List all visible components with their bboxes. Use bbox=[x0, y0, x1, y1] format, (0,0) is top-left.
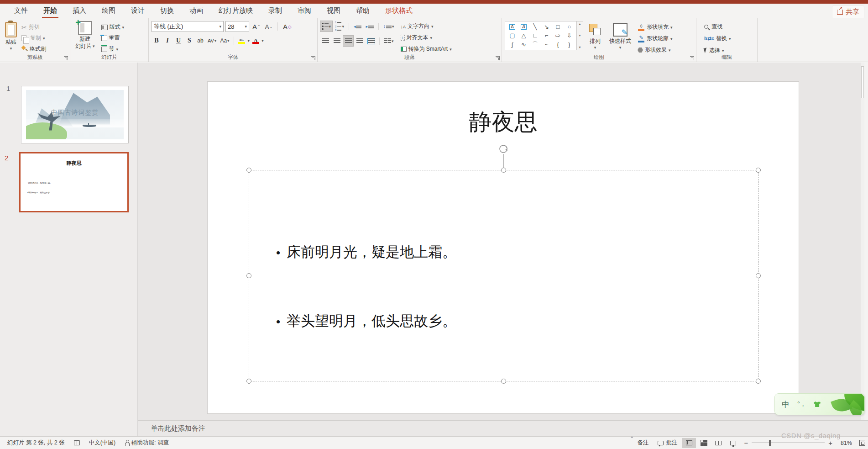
character-spacing-dropdown-icon[interactable] bbox=[214, 38, 217, 43]
strikethrough-button[interactable]: ab bbox=[195, 36, 205, 46]
quick-styles-dropdown-icon[interactable] bbox=[619, 45, 622, 51]
shape-triangle-icon[interactable]: △ bbox=[519, 32, 528, 40]
paste-button[interactable]: 粘贴 bbox=[3, 20, 19, 53]
slide-title[interactable]: 静夜思 bbox=[208, 107, 799, 137]
shape-arrow-line-icon[interactable]: ↘ bbox=[542, 23, 551, 31]
italic-button[interactable]: I bbox=[162, 36, 173, 46]
line-spacing-dropdown-icon[interactable] bbox=[392, 24, 394, 29]
section-button[interactable]: 节 bbox=[100, 44, 126, 54]
rotation-handle-icon[interactable] bbox=[498, 144, 508, 154]
new-slide-button[interactable]: 新建 幻灯片 bbox=[73, 20, 97, 53]
bold-button[interactable]: B bbox=[152, 36, 162, 46]
layout-dropdown-icon[interactable] bbox=[122, 25, 125, 30]
scrollbar-thumb[interactable] bbox=[861, 66, 864, 98]
shape-textbox-rotated-icon[interactable]: A bbox=[521, 24, 527, 30]
reading-view-button[interactable] bbox=[711, 438, 725, 448]
quick-styles-button[interactable]: 快速样式 bbox=[607, 21, 633, 54]
gallery-more-icon[interactable]: ▾ bbox=[579, 45, 580, 49]
zoom-in-button[interactable]: + bbox=[828, 439, 832, 447]
tab-animations[interactable]: 动画 bbox=[182, 4, 211, 19]
shape-effects-dropdown-icon[interactable] bbox=[669, 48, 671, 53]
font-dialog-launcher-icon[interactable] bbox=[311, 56, 315, 60]
replace-dropdown-icon[interactable] bbox=[729, 37, 731, 41]
notes-pane[interactable]: 单击此处添加备注 bbox=[138, 420, 868, 436]
shape-oval-icon[interactable]: ○ bbox=[565, 23, 574, 31]
tab-help[interactable]: 帮助 bbox=[348, 4, 377, 19]
tab-record[interactable]: 录制 bbox=[261, 4, 290, 19]
shape-rounded-rectangle-icon[interactable]: ▢ bbox=[508, 32, 517, 40]
columns-button[interactable] bbox=[383, 36, 395, 46]
ime-punctuation-button[interactable]: °， bbox=[797, 400, 806, 408]
justify-button[interactable] bbox=[355, 36, 365, 46]
resize-handle-middle-left[interactable] bbox=[246, 273, 251, 278]
tab-view[interactable]: 视图 bbox=[319, 4, 348, 19]
spellcheck-indicator[interactable] bbox=[69, 440, 84, 445]
select-dropdown-icon[interactable] bbox=[722, 48, 724, 53]
shape-fill-button[interactable]: ◊ 形状填充 bbox=[636, 22, 674, 32]
normal-view-button[interactable] bbox=[682, 438, 696, 448]
highlight-dropdown-icon[interactable] bbox=[248, 38, 250, 43]
increase-indent-button[interactable]: ▸ bbox=[364, 21, 375, 32]
arrange-button[interactable]: 排列 bbox=[586, 21, 604, 54]
arrange-dropdown-icon[interactable] bbox=[594, 45, 596, 51]
numbering-button[interactable]: 123 bbox=[334, 21, 345, 32]
comments-toggle-button[interactable]: 批注 bbox=[653, 439, 682, 447]
slide-bullet-2[interactable]: • 举头望明月，低头思故乡。 bbox=[276, 312, 456, 331]
align-right-button[interactable] bbox=[343, 36, 353, 46]
grow-font-button[interactable]: A⌃ bbox=[251, 21, 262, 32]
tab-slideshow[interactable]: 幻灯片放映 bbox=[211, 4, 261, 19]
ime-language-button[interactable]: 中 bbox=[781, 399, 790, 410]
shape-scribble-icon[interactable]: ∿ bbox=[519, 40, 528, 48]
resize-handle-top-right[interactable] bbox=[756, 168, 761, 173]
align-center-button[interactable] bbox=[332, 36, 342, 46]
fit-slide-to-window-button[interactable] bbox=[859, 440, 865, 446]
shape-outline-dropdown-icon[interactable] bbox=[670, 37, 673, 41]
share-button[interactable]: 共享 bbox=[832, 5, 864, 19]
shape-textbox-icon[interactable]: A bbox=[509, 24, 515, 30]
convert-smartart-button[interactable]: 转换为 SmartArt bbox=[399, 44, 453, 54]
slide-1-thumbnail[interactable]: 中国古诗词鉴赏 bbox=[21, 86, 129, 143]
copy-dropdown-icon[interactable] bbox=[43, 36, 45, 41]
numbering-dropdown-icon[interactable] bbox=[342, 24, 344, 29]
font-name-combobox[interactable]: 等线 (正文) bbox=[152, 21, 224, 32]
slide-sorter-view-button[interactable] bbox=[697, 438, 711, 448]
gallery-scroll-down-icon[interactable]: ▾ bbox=[579, 33, 580, 37]
font-name-dropdown-icon[interactable] bbox=[219, 24, 221, 29]
replace-button[interactable]: b⇄c 替换 bbox=[703, 33, 755, 44]
tab-home[interactable]: 开始 bbox=[36, 4, 65, 19]
shape-arc-icon[interactable]: ⌒ bbox=[531, 40, 540, 48]
layout-button[interactable]: 版式 bbox=[100, 22, 126, 32]
align-text-button[interactable]: ↕ 对齐文本 bbox=[399, 32, 453, 43]
highlight-color-button[interactable]: ✎ bbox=[237, 36, 247, 46]
reset-button[interactable]: 重置 bbox=[100, 33, 126, 43]
bullets-button[interactable] bbox=[320, 21, 332, 32]
distribute-button[interactable] bbox=[366, 36, 376, 46]
drawing-dialog-launcher-icon[interactable] bbox=[690, 56, 694, 60]
accessibility-indicator[interactable]: 辅助功能: 调查 bbox=[120, 439, 173, 447]
resize-handle-top-center[interactable] bbox=[501, 168, 506, 173]
shape-curve-icon[interactable]: ~ bbox=[542, 40, 551, 48]
shape-right-arrow-icon[interactable]: ⇨ bbox=[554, 32, 563, 40]
change-case-dropdown-icon[interactable] bbox=[227, 38, 230, 43]
bullets-dropdown-icon[interactable] bbox=[329, 24, 331, 29]
clipboard-dialog-launcher-icon[interactable] bbox=[64, 56, 68, 60]
font-color-button[interactable]: A bbox=[251, 36, 261, 46]
shape-line-icon[interactable]: ╲ bbox=[531, 23, 540, 31]
shape-elbow-arrow-icon[interactable]: ⌐ bbox=[542, 32, 551, 40]
paragraph-dialog-launcher-icon[interactable] bbox=[496, 56, 500, 60]
format-painter-button[interactable]: 格式刷 bbox=[20, 44, 47, 54]
shape-right-brace-icon[interactable]: } bbox=[565, 40, 574, 48]
ime-toolbar[interactable]: 中 °， bbox=[775, 394, 864, 415]
resize-handle-bottom-right[interactable] bbox=[756, 379, 761, 384]
zoom-slider-thumb[interactable] bbox=[769, 440, 771, 446]
clear-formatting-button[interactable]: A◇ bbox=[282, 21, 293, 32]
underline-button[interactable]: U bbox=[173, 36, 183, 46]
font-size-combobox[interactable]: 28 bbox=[225, 21, 249, 32]
resize-handle-bottom-center[interactable] bbox=[501, 379, 506, 384]
cut-button[interactable]: ✂ 剪切 bbox=[20, 22, 47, 32]
tab-file[interactable]: 文件 bbox=[6, 4, 36, 19]
character-spacing-button[interactable]: AV bbox=[206, 36, 218, 46]
tab-shape-format[interactable]: 形状格式 bbox=[377, 4, 420, 19]
shapes-gallery-scrollbar[interactable]: ▴ ▾ ▾ bbox=[577, 21, 583, 50]
text-shadow-button[interactable]: S bbox=[184, 36, 194, 46]
